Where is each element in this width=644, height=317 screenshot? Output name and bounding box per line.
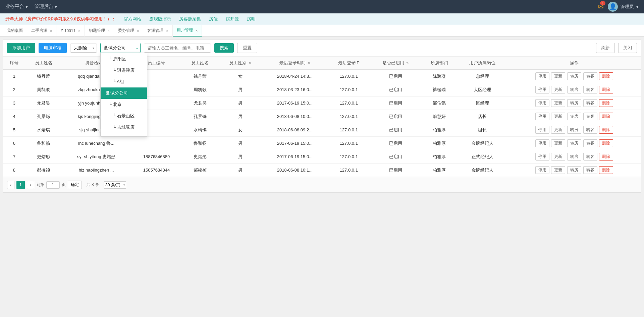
cell-actions: 停用 更新 转房 转客 删除 xyxy=(507,110,641,123)
banner-link-3[interactable]: 房佳 xyxy=(209,16,218,22)
dropdown-item-6[interactable]: └ 吉城驼店 xyxy=(101,122,147,133)
action-transfer-client[interactable]: 转客 xyxy=(583,86,597,93)
action-delete[interactable]: 删除 xyxy=(599,126,613,134)
action-update[interactable]: 更新 xyxy=(551,113,565,120)
action-transfer-house[interactable]: 转房 xyxy=(567,86,581,93)
action-update[interactable]: 更新 xyxy=(551,99,565,107)
action-suspend[interactable]: 停用 xyxy=(535,153,549,161)
action-transfer-client[interactable]: 转客 xyxy=(583,99,597,107)
action-delete[interactable]: 删除 xyxy=(599,86,613,93)
dropdown-item-5[interactable]: └ 石景山区 xyxy=(101,110,147,122)
action-update[interactable]: 更新 xyxy=(551,126,565,134)
status-select[interactable]: 未删除 已删除 全部 xyxy=(70,44,97,53)
action-delete[interactable]: 删除 xyxy=(599,139,613,147)
tab-user-mgmt[interactable]: 用户管理 × xyxy=(173,25,202,37)
company-select-display[interactable]: 测试分公司 ▴ xyxy=(100,43,141,53)
cell-fullname: 郝棱祯 xyxy=(182,164,218,177)
tab-key-mgmt[interactable]: 钥匙管理 × xyxy=(85,25,114,37)
action-transfer-client[interactable]: 转客 xyxy=(583,139,597,147)
tab-close-5[interactable]: × xyxy=(166,29,168,33)
action-transfer-house[interactable]: 转房 xyxy=(567,153,581,161)
action-suspend[interactable]: 停用 xyxy=(535,99,549,107)
cell-actions: 停用 更新 转房 转客 删除 xyxy=(507,83,641,97)
dropdown-item-0[interactable]: └ 庐阳区 xyxy=(101,53,147,65)
tab-desktop[interactable]: 我的桌面 xyxy=(3,25,27,37)
action-transfer-house[interactable]: 转房 xyxy=(567,166,581,174)
reset-button[interactable]: 重置 xyxy=(237,43,257,53)
search-input[interactable] xyxy=(144,44,211,53)
tab-customer[interactable]: 客源管理 × xyxy=(143,25,172,37)
col-dept: 所属部门 xyxy=(421,57,457,70)
action-update[interactable]: 更新 xyxy=(551,166,565,174)
page-jump-input[interactable] xyxy=(46,181,60,189)
dropdown-item-2[interactable]: └ A组 xyxy=(101,76,147,87)
cell-dept: 喻慧妍 xyxy=(421,110,457,123)
col-status[interactable]: 是否已启用 ⇅ xyxy=(370,57,421,70)
tab-close-6[interactable]: × xyxy=(196,28,198,33)
cell-position: 区经理 xyxy=(458,97,507,110)
action-transfer-client[interactable]: 转客 xyxy=(583,113,597,120)
tab-z10011[interactable]: Z-10011 × xyxy=(56,25,85,37)
action-transfer-house[interactable]: 转房 xyxy=(567,72,581,80)
dropdown-item-3[interactable]: 测试分公司 xyxy=(101,87,147,99)
action-transfer-house[interactable]: 转房 xyxy=(567,99,581,107)
tab-close-2[interactable]: × xyxy=(78,29,80,33)
tab-second-hand[interactable]: 二手房源 × xyxy=(27,25,56,37)
message-badge[interactable]: ✉ 1 xyxy=(598,3,604,11)
action-suspend[interactable]: 停用 xyxy=(535,126,549,134)
tab-close-3[interactable]: × xyxy=(108,29,110,33)
page-size-select[interactable]: 10 条/页 20 条/页 30 条/页 50 条/页 xyxy=(104,181,126,189)
dropdown-item-1[interactable]: └ 逍遥津店 xyxy=(101,65,147,76)
action-delete[interactable]: 删除 xyxy=(599,113,613,120)
action-suspend[interactable]: 停用 xyxy=(535,139,549,147)
action-update[interactable]: 更新 xyxy=(551,72,565,80)
col-last-login[interactable]: 最后登录时间 ⇅ xyxy=(262,57,327,70)
search-button[interactable]: 搜索 xyxy=(214,43,234,53)
page-confirm-button[interactable]: 确定 xyxy=(68,181,82,189)
close-button[interactable]: 关闭 xyxy=(618,43,637,53)
action-delete[interactable]: 删除 xyxy=(599,166,613,174)
page-next[interactable]: › xyxy=(27,181,34,189)
table-row: 6 鲁和畅 lhc luhechang 鲁... 鲁和畅 男 2017-06-1… xyxy=(3,137,641,150)
page-prev[interactable]: ‹ xyxy=(7,181,14,189)
tab-close-1[interactable]: × xyxy=(50,29,52,33)
banner-link-5[interactable]: 房哨 xyxy=(247,16,256,22)
action-transfer-house[interactable]: 转房 xyxy=(567,139,581,147)
page-1[interactable]: 1 xyxy=(16,181,25,189)
nav-admin[interactable]: 管理后台 ▾ xyxy=(35,4,57,10)
audit-button[interactable]: 电脑审核 xyxy=(39,43,67,53)
action-delete[interactable]: 删除 xyxy=(599,153,613,161)
cell-pinyin: lhc luhechang 鲁... xyxy=(62,137,131,150)
action-transfer-client[interactable]: 转客 xyxy=(583,72,597,80)
action-transfer-client[interactable]: 转客 xyxy=(583,166,597,174)
nav-right: ✉ 1 👤 管理员 ▾ xyxy=(598,2,639,12)
cell-dept: 邹伯懿 xyxy=(421,97,457,110)
action-transfer-client[interactable]: 转客 xyxy=(583,126,597,134)
banner-link-4[interactable]: 房开源 xyxy=(226,16,239,22)
action-transfer-house[interactable]: 转房 xyxy=(567,126,581,134)
banner-link-2[interactable]: 房客源采集 xyxy=(179,16,201,22)
action-suspend[interactable]: 停用 xyxy=(535,166,549,174)
nav-business[interactable]: 业务平台 ▾ xyxy=(5,4,28,10)
action-suspend[interactable]: 停用 xyxy=(535,86,549,93)
action-suspend[interactable]: 停用 xyxy=(535,72,549,80)
action-delete[interactable]: 删除 xyxy=(599,99,613,107)
tab-close-4[interactable]: × xyxy=(137,29,139,33)
col-gender[interactable]: 员工性别 ⇅ xyxy=(218,57,262,70)
cell-status: 已启用 xyxy=(370,97,421,110)
action-suspend[interactable]: 停用 xyxy=(535,113,549,120)
action-update[interactable]: 更新 xyxy=(551,86,565,93)
admin-area[interactable]: 👤 管理员 ▾ xyxy=(608,2,639,12)
action-update[interactable]: 更新 xyxy=(551,153,565,161)
action-delete[interactable]: 删除 xyxy=(599,72,613,80)
banner-link-0[interactable]: 官方网站 xyxy=(124,16,141,22)
add-user-button[interactable]: 添加用户 xyxy=(7,43,35,53)
dropdown-item-4[interactable]: └ 北京 xyxy=(101,99,147,110)
refresh-button[interactable]: 刷新 xyxy=(596,43,615,53)
dropdown-item-7[interactable]: └ A组 xyxy=(101,133,147,137)
action-transfer-house[interactable]: 转房 xyxy=(567,113,581,120)
action-transfer-client[interactable]: 转客 xyxy=(583,153,597,161)
banner-link-1[interactable]: 旗舰版演示 xyxy=(149,16,171,22)
action-update[interactable]: 更新 xyxy=(551,139,565,147)
tab-commission[interactable]: 委办管理 × xyxy=(114,25,143,37)
